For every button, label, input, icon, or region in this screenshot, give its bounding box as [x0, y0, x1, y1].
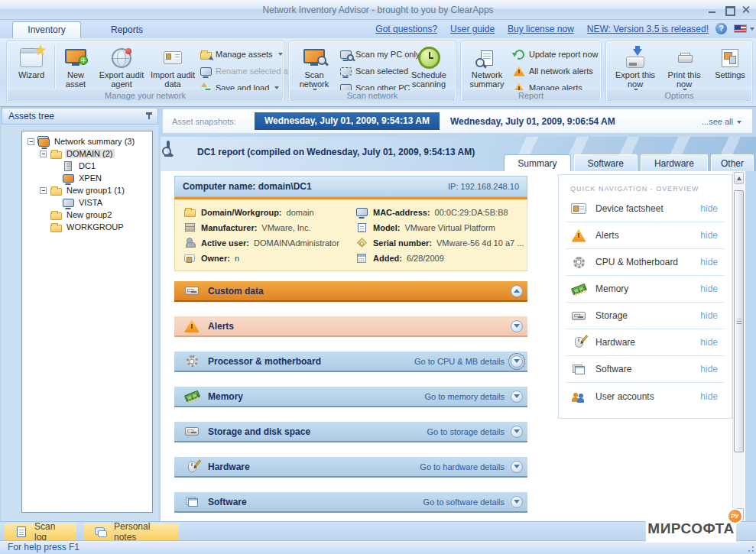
all-network-alerts-button[interactable]: All network alerts — [513, 63, 599, 79]
collapse-expander[interactable] — [28, 138, 34, 145]
snapshot-previous[interactable]: Wednesday, July 01, 2009, 9:06:54 AM — [450, 116, 615, 127]
tree-item-new-group1[interactable]: New group1 (1) — [22, 184, 152, 196]
nav-item-alerts[interactable]: Alerts hide — [566, 222, 724, 249]
buy-license-link[interactable]: Buy license now — [508, 24, 574, 34]
report-tabs: Summary Software Hardware Other — [504, 154, 754, 171]
schedule-scanning-button[interactable]: Schedule scanning — [404, 45, 454, 92]
tree-item-vista[interactable]: VISTA — [22, 196, 152, 209]
nav-item-user-accounts[interactable]: User accounts hide — [566, 383, 724, 410]
hide-link[interactable]: hide — [700, 337, 718, 348]
section-custom-data[interactable]: Custom data — [174, 281, 527, 302]
section-memory[interactable]: Memory Go to memory details — [174, 387, 527, 407]
scan-selected-icon — [339, 65, 352, 77]
hide-link[interactable]: hide — [700, 364, 718, 374]
disk-icon — [569, 308, 588, 323]
section-hardware[interactable]: Hardware Go to hardware details — [174, 457, 527, 478]
ram-icon — [182, 387, 202, 406]
scrollbar-thumb[interactable] — [734, 190, 744, 452]
export-this-now-button[interactable]: Export this now — [612, 45, 658, 92]
see-all-link[interactable]: ...see all — [702, 117, 741, 126]
close-button[interactable] — [741, 5, 750, 14]
scan-log-tab[interactable]: Scan log — [5, 523, 76, 540]
title-bar: Network Inventory Advisor - brought to y… — [0, 0, 756, 20]
pin-icon[interactable] — [145, 112, 153, 121]
collapse-expander[interactable] — [40, 187, 47, 194]
minimize-button[interactable] — [708, 5, 716, 14]
memory-details-link[interactable]: Go to memory details — [424, 392, 505, 401]
tab-summary[interactable]: Summary — [504, 154, 570, 171]
export-audit-agent-button[interactable]: Export audit agent — [96, 45, 148, 92]
new-version-link[interactable]: NEW: Version 3.5 is released! — [587, 24, 709, 34]
resize-grip[interactable] — [745, 543, 754, 552]
cpu-details-link[interactable]: Go to CPU & MB details — [414, 357, 505, 366]
hide-link[interactable]: hide — [700, 230, 718, 241]
tree-item-dc1[interactable]: DC1 — [22, 160, 152, 172]
tree-item-workgroup[interactable]: WORKGROUP — [22, 221, 152, 233]
tree-item-new-group2[interactable]: New group2 — [22, 209, 152, 221]
expand-button[interactable] — [511, 426, 523, 438]
ribbon: Wizard New asset Export audit agent Impo… — [0, 38, 756, 107]
tab-hardware[interactable]: Hardware — [641, 154, 708, 171]
nav-item-device-factsheet[interactable]: Device factsheet hide — [566, 196, 724, 222]
wizard-button[interactable]: Wizard — [11, 45, 51, 92]
nav-item-memory[interactable]: Memory hide — [566, 276, 724, 303]
software-details-link[interactable]: Go to software details — [423, 497, 505, 507]
scan-network-button[interactable]: Scan network — [292, 45, 336, 92]
report-content: Computer name: domain\DC1 IP: 192.168.24… — [161, 171, 745, 521]
storage-details-link[interactable]: Go to storage details — [427, 427, 505, 436]
tab-inventory[interactable]: Inventory — [12, 21, 81, 38]
section-alerts[interactable]: Alerts — [174, 316, 527, 337]
computer-icon — [355, 207, 368, 218]
calendar-icon — [355, 253, 368, 264]
update-report-button[interactable]: Update report now — [513, 46, 599, 63]
hide-link[interactable]: hide — [700, 391, 718, 402]
import-audit-data-button[interactable]: Import audit data — [149, 45, 196, 92]
hardware-details-link[interactable]: Go to hardware details — [420, 462, 505, 471]
user-guide-link[interactable]: User guide — [450, 24, 495, 34]
expand-button[interactable] — [511, 355, 523, 368]
hide-link[interactable]: hide — [700, 257, 718, 267]
help-icon[interactable]: ? — [715, 23, 727, 34]
report-header-band: DC1 report (compiled on Wednesday, July … — [161, 137, 756, 171]
hide-link[interactable]: hide — [700, 283, 718, 294]
expand-button[interactable] — [511, 390, 523, 403]
language-flag-icon[interactable] — [734, 24, 747, 33]
tab-software[interactable]: Software — [574, 154, 638, 171]
language-dropdown-caret[interactable] — [750, 28, 754, 31]
hide-link[interactable]: hide — [700, 203, 718, 214]
nav-item-hardware[interactable]: Hardware hide — [566, 329, 724, 356]
hide-link[interactable]: hide — [700, 310, 718, 321]
tree-item-network-summary[interactable]: Network summary (3) — [22, 135, 152, 147]
nav-item-software[interactable]: Software hide — [566, 356, 724, 383]
expand-button[interactable] — [511, 496, 523, 508]
tree-item-xpen[interactable]: XPEN — [22, 172, 152, 184]
folder-icon — [50, 185, 62, 196]
vertical-scrollbar[interactable] — [732, 171, 745, 521]
collapse-expander[interactable] — [40, 151, 47, 157]
new-asset-button[interactable]: New asset — [57, 45, 94, 92]
section-storage[interactable]: Storage and disk space Go to storage det… — [174, 422, 527, 442]
settings-button[interactable]: Settings — [710, 45, 750, 92]
personal-notes-tab[interactable]: Personal notes — [84, 523, 179, 540]
print-this-now-button[interactable]: Print this now — [661, 45, 707, 92]
settings-icon — [717, 45, 743, 70]
scan-network-icon — [301, 45, 327, 70]
tree-item-domain[interactable]: DOMAIN (2) — [22, 147, 152, 160]
network-summary-button[interactable]: Network summary — [464, 45, 510, 92]
expand-button[interactable] — [511, 320, 523, 332]
quick-nav-header: QUICK NAVIGATION - OVERVIEW — [570, 185, 732, 193]
nav-item-cpu-motherboard[interactable]: CPU & Motherboard hide — [566, 249, 724, 276]
scroll-up-button[interactable] — [734, 172, 744, 184]
snapshot-selected[interactable]: Wednesday, July 01, 2009, 9:54:13 AM — [255, 112, 440, 130]
maximize-button[interactable] — [725, 5, 733, 14]
expand-button[interactable] — [511, 461, 523, 473]
tab-reports[interactable]: Reports — [96, 21, 157, 38]
collapse-button[interactable] — [511, 285, 523, 297]
nav-item-storage[interactable]: Storage hide — [566, 303, 724, 329]
got-questions-link[interactable]: Got questions? — [375, 24, 437, 34]
report-icon — [167, 142, 170, 153]
tab-other[interactable]: Other — [711, 154, 754, 171]
section-processor-motherboard[interactable]: Processor & motherboard Go to CPU & MB d… — [174, 352, 527, 372]
report-sections: Custom data Alerts Processor & motherboa… — [174, 281, 527, 527]
section-software[interactable]: Software Go to software details — [174, 492, 527, 513]
